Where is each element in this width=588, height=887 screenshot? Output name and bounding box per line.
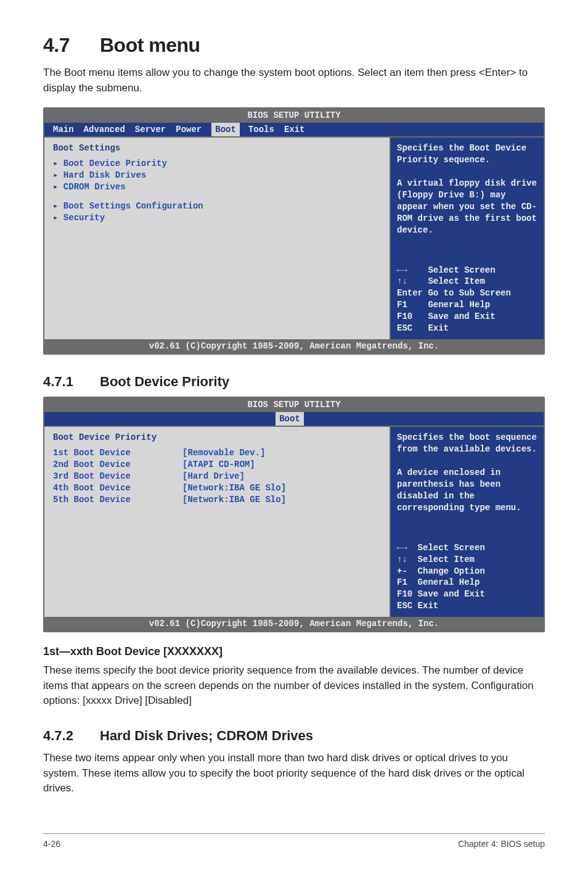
bios-left-title: Boot Settings <box>53 142 381 154</box>
bios-help-text: Specifies the Boot Device Priority seque… <box>397 142 537 236</box>
section-number: 4.7 <box>43 31 100 59</box>
bios-utility-title: BIOS SETUP UTILITY <box>44 109 544 123</box>
intro-paragraph: The Boot menu items allow you to change … <box>43 65 545 96</box>
bios-utility-title: BIOS SETUP UTILITY <box>44 398 544 412</box>
nav-enter-sub: Enter Go to Sub Screen <box>397 287 537 299</box>
boot-device-5[interactable]: 5th Boot Device [Network:IBA GE Slo] <box>53 494 381 506</box>
boot-item-hdd[interactable]: ▸ Hard Disk Drives <box>53 170 381 181</box>
nav-esc-exit: ESC Exit <box>397 600 537 612</box>
chapter-label: Chapter 4: BIOS setup <box>458 838 545 850</box>
field-body: These items specify the boot device prio… <box>43 663 545 709</box>
subsection-471: 4.7.1Boot Device Priority <box>43 372 545 392</box>
subsec-num: 4.7.2 <box>43 726 100 746</box>
tab-power[interactable]: Power <box>176 123 211 137</box>
bios-menubar: Main Advanced Server Power Boot Tools Ex… <box>44 123 544 137</box>
bios-panel-boot-settings: BIOS SETUP UTILITY Main Advanced Server … <box>43 107 545 355</box>
subsec-title: Hard Disk Drives; CDROM Drives <box>100 728 313 743</box>
boot-device-4[interactable]: 4th Boot Device [Network:IBA GE Slo] <box>53 482 381 494</box>
nav-f1-help: F1 General Help <box>397 299 537 311</box>
nav-change-option: +- Change Option <box>397 566 537 577</box>
bios-right-pane: Specifies the boot sequence from the ava… <box>390 427 544 617</box>
nav-select-item: ↑↓ Select Item <box>397 276 537 287</box>
bios-menubar-single: Boot <box>44 412 544 426</box>
tab-boot[interactable]: Boot <box>211 123 240 137</box>
boot-device-1[interactable]: 1st Boot Device [Removable Dev.] <box>53 447 381 459</box>
sub2-body: These two items appear only when you ins… <box>43 751 545 796</box>
tab-main[interactable]: Main <box>53 123 84 137</box>
subsection-472: 4.7.2Hard Disk Drives; CDROM Drives <box>43 726 545 746</box>
tab-advanced[interactable]: Advanced <box>84 123 135 137</box>
tab-server[interactable]: Server <box>135 123 176 137</box>
tab-boot[interactable]: Boot <box>276 412 304 426</box>
boot-device-3[interactable]: 3rd Boot Device [Hard Drive] <box>53 471 381 482</box>
bios-left-title: Boot Device Priority <box>53 432 381 444</box>
nav-f10-save: F10 Save and Exit <box>397 311 537 323</box>
subsec-title: Boot Device Priority <box>100 374 229 389</box>
nav-esc-exit: ESC Exit <box>397 323 537 334</box>
field-heading: 1st—xxth Boot Device [XXXXXXX] <box>43 643 545 659</box>
nav-f10-save: F10 Save and Exit <box>397 588 537 600</box>
boot-item-priority[interactable]: ▸ Boot Device Priority <box>53 158 381 170</box>
nav-select-screen: ←→ Select Screen <box>397 265 537 276</box>
bios-footer: v02.61 (C)Copyright 1985-2009, American … <box>44 339 544 353</box>
page-number: 4-26 <box>43 838 60 850</box>
bios-panel-boot-priority: BIOS SETUP UTILITY Boot Boot Device Prio… <box>43 397 545 632</box>
bios-help-text: Specifies the boot sequence from the ava… <box>397 432 537 513</box>
boot-item-security[interactable]: ▸ Security <box>53 212 381 224</box>
page-footer: 4-26 Chapter 4: BIOS setup <box>43 833 545 850</box>
boot-item-config[interactable]: ▸ Boot Settings Configuration <box>53 200 381 212</box>
nav-select-screen: ←→ Select Screen <box>397 542 537 554</box>
bios-left-pane: Boot Settings ▸ Boot Device Priority ▸ H… <box>44 138 390 339</box>
subsec-num: 4.7.1 <box>43 372 100 392</box>
section-name: Boot menu <box>100 34 200 56</box>
tab-exit[interactable]: Exit <box>284 123 315 137</box>
bios-left-pane: Boot Device Priority 1st Boot Device [Re… <box>44 427 390 617</box>
section-title: 4.7Boot menu <box>43 31 545 59</box>
bios-footer: v02.61 (C)Copyright 1985-2009, American … <box>44 617 544 631</box>
bios-right-pane: Specifies the Boot Device Priority seque… <box>390 138 544 339</box>
nav-select-item: ↑↓ Select Item <box>397 554 537 566</box>
tab-tools[interactable]: Tools <box>248 123 284 137</box>
boot-item-cdrom[interactable]: ▸ CDROM Drives <box>53 181 381 193</box>
nav-f1-help: F1 General Help <box>397 577 537 588</box>
boot-device-2[interactable]: 2nd Boot Device [ATAPI CD-ROM] <box>53 459 381 471</box>
